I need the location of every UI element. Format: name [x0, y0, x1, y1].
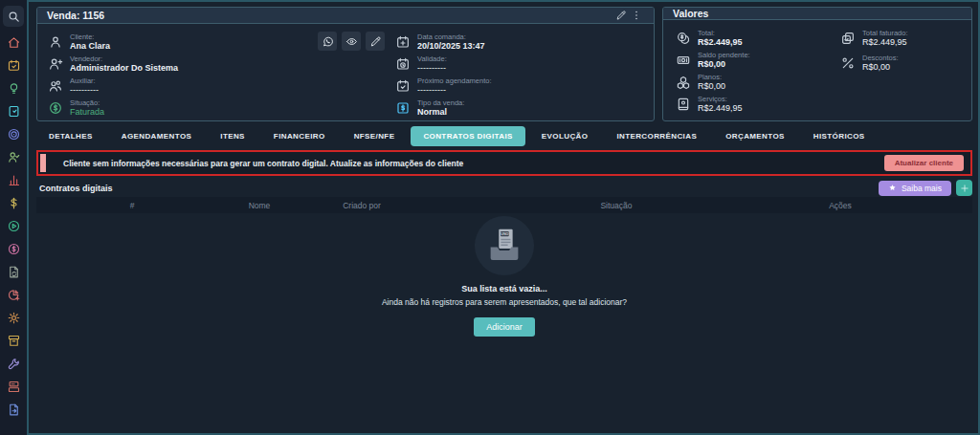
sidebar-item-file-export[interactable]	[6, 402, 21, 417]
eye-button[interactable]	[342, 32, 361, 51]
gear-icon	[7, 311, 21, 325]
tab-intercorr-ncias[interactable]: INTERCORRÊNCIAS	[604, 126, 709, 146]
play-circle-icon	[7, 219, 21, 233]
valores-field-label: Descontos:	[862, 54, 899, 62]
star-icon	[888, 184, 897, 192]
venda-field-label: Situação:	[70, 98, 104, 107]
register-icon	[7, 380, 21, 394]
valores-body: Total:R$2.449,95Saldo pendente:R$0,00Pla…	[663, 20, 971, 120]
valores-panel-header: Valores	[663, 8, 971, 20]
tab-nfse-nfe[interactable]: NFSE/NFE	[342, 126, 408, 146]
venda-field: Vendedor:Administrador Do Sistema	[47, 53, 291, 75]
tab-itens[interactable]: ITENS	[208, 126, 257, 146]
dollar-circle-icon	[7, 242, 21, 256]
sidebar-item-chart-bars[interactable]	[6, 173, 21, 187]
sidebar-item-wrench[interactable]	[6, 357, 21, 371]
sidebar-item-gear[interactable]	[6, 311, 21, 325]
document-tray-icon: UNO	[482, 224, 526, 268]
tab-agendamentos[interactable]: AGENDAMENTOS	[109, 126, 205, 146]
venda-field: Validade:----------	[394, 53, 492, 75]
empty-state: UNO Sua lista está vazia... Ainda não há…	[36, 216, 972, 337]
plus-icon	[960, 184, 969, 193]
person-check-icon	[7, 150, 21, 164]
empty-state-title: Sua lista está vazia...	[36, 284, 972, 294]
valores-panel: Valores Total:R$2.449,95Saldo pendente:R…	[662, 7, 972, 121]
valores-field-value: R$0,00	[862, 62, 899, 73]
tab-evolu-o[interactable]: EVOLUÇÃO	[529, 126, 601, 146]
journal-icon	[7, 104, 21, 119]
valores-field-value: R$2.449,95	[862, 37, 908, 48]
valores-field-value: R$2.449,95	[698, 103, 743, 114]
pencil-button[interactable]	[366, 32, 385, 51]
wrench-icon	[7, 357, 21, 371]
sidebar	[0, 0, 27, 435]
update-client-button[interactable]: Atualizar cliente	[884, 155, 964, 171]
add-contract-button[interactable]	[956, 180, 972, 196]
archive-icon	[7, 334, 21, 348]
sidebar-item-register[interactable]	[6, 380, 21, 394]
venda-menu-button[interactable]	[629, 8, 644, 23]
sidebar-item-home[interactable]	[6, 35, 21, 50]
sidebar-item-pie-plus[interactable]	[6, 288, 21, 302]
venda-field-value: Faturada	[70, 107, 104, 118]
venda-field-label: Validade:	[417, 54, 447, 63]
dollar-icon	[7, 196, 21, 210]
learn-more-label: Saiba mais	[902, 184, 942, 193]
tab-detalhes[interactable]: DETALHES	[36, 126, 105, 146]
sidebar-item-person-check[interactable]	[6, 150, 21, 164]
sidebar-item-search[interactable]	[3, 6, 24, 27]
valores-field-label: Total faturado:	[862, 29, 908, 37]
edit-venda-button[interactable]	[613, 8, 629, 23]
venda-field-value: Administrador Do Sistema	[70, 63, 178, 74]
venda-body: Cliente:Ana ClaraVendedor:Administrador …	[37, 24, 654, 121]
empty-state-subtitle: Ainda não há registros para serem aprese…	[36, 297, 972, 307]
valores-field-label: Planos:	[698, 73, 725, 81]
tab-financeiro[interactable]: FINANCEIRO	[261, 126, 338, 146]
dollar-circle-icon	[47, 99, 63, 116]
tab-hist-ricos[interactable]: HISTÓRICOS	[801, 126, 878, 146]
cubes-icon	[675, 74, 691, 90]
main-content: Venda: 1156 Cliente:Ana ClaraVendedor:Ad…	[27, 0, 980, 435]
sidebar-item-play-circle[interactable]	[6, 219, 21, 233]
money-icon	[675, 52, 691, 68]
valores-field-label: Saldo pendente:	[698, 51, 750, 59]
sidebar-item-bulb[interactable]	[6, 81, 21, 96]
search-icon	[7, 10, 21, 24]
venda-field-label: Tipo da venda:	[417, 98, 464, 107]
sidebar-item-target[interactable]	[6, 127, 21, 141]
sidebar-item-archive[interactable]	[6, 334, 21, 348]
learn-more-button[interactable]: Saiba mais	[879, 181, 951, 196]
valores-field: Serviços:R$2.449,95	[675, 93, 839, 115]
sidebar-item-dollar[interactable]	[6, 196, 21, 210]
alert-accent-bar	[40, 154, 46, 172]
pie-plus-icon	[7, 288, 21, 302]
book-icon	[675, 96, 691, 112]
tab-contratos-digitais[interactable]: CONTRATOS DIGITAIS	[411, 126, 524, 146]
venda-field: Auxiliar:----------	[47, 75, 291, 97]
valores-field-value: R$0,00	[698, 59, 750, 70]
venda-field-value: ----------	[70, 85, 99, 96]
column-header-situa-o: Situação	[600, 201, 632, 210]
valores-field: Total:R$2.449,95	[675, 27, 839, 49]
valores-field: Saldo pendente:R$0,00	[675, 49, 839, 71]
copy-check-icon	[839, 30, 856, 46]
home-icon	[7, 35, 21, 50]
percent-icon	[839, 54, 856, 71]
valores-field: Total faturado:R$2.449,95	[839, 27, 962, 49]
whatsapp-button[interactable]	[318, 32, 337, 51]
calendar-clock-icon	[394, 55, 411, 72]
person-icon	[47, 33, 63, 50]
sidebar-item-journal[interactable]	[6, 104, 21, 119]
sidebar-item-dollar-circle[interactable]	[6, 242, 21, 256]
sidebar-item-calendar-check[interactable]	[6, 58, 21, 73]
summary-row: Venda: 1156 Cliente:Ana ClaraVendedor:Ad…	[36, 7, 972, 121]
valores-field-label: Serviços:	[698, 95, 743, 103]
add-button[interactable]: Adicionar	[474, 317, 535, 337]
venda-field-value: Normal	[417, 107, 464, 118]
sidebar-item-file-sync[interactable]	[6, 265, 21, 279]
venda-field-value: Ana Clara	[70, 41, 110, 52]
venda-field-value: ----------	[417, 85, 492, 96]
tab-or-amentos[interactable]: ORÇAMENTOS	[713, 126, 797, 146]
venda-field-label: Próximo agendamento:	[417, 76, 492, 85]
venda-field-label: Vendedor:	[70, 54, 178, 63]
